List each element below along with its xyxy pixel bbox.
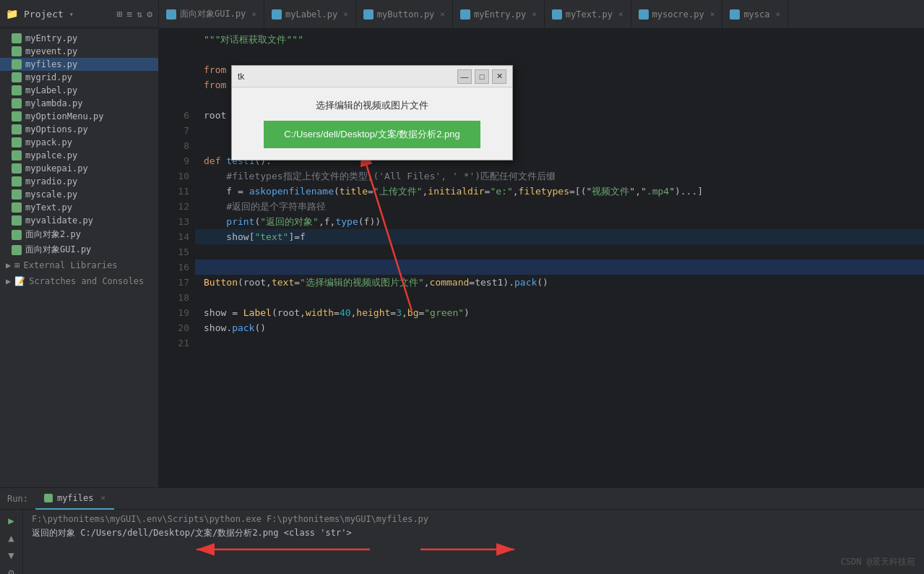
settings-run-button[interactable]: ⚙ [4, 565, 20, 574]
sidebar-section-external[interactable]: ▶ ⊞ External Libraries [0, 257, 158, 273]
tk-close-button[interactable]: ✕ [492, 69, 506, 84]
run-tab-close[interactable]: ✕ [100, 493, 105, 502]
tab-close-3[interactable]: ✕ [532, 9, 537, 19]
sidebar-item-label: 面向对象GUI.py [25, 244, 91, 256]
tk-titlebar: tk — □ ✕ [232, 66, 512, 87]
py-icon [12, 98, 22, 108]
py-icon [12, 230, 22, 240]
sidebar-item-myscale[interactable]: myscale.py [0, 188, 158, 201]
sidebar-item-label: myfiles.py [25, 59, 77, 69]
tab-close-1[interactable]: ✕ [343, 9, 348, 19]
tab-close-0[interactable]: ✕ [251, 9, 256, 19]
project-label: Project [24, 9, 64, 20]
editor-area: 6 7 8 9 10 11 12 13 14 15 16 17 18 19 20… [159, 29, 924, 487]
sidebar-item-mianxiangduixiangGUI2[interactable]: 面向对象GUI.py [0, 242, 158, 257]
sidebar-item-label: myLabel.py [25, 85, 77, 95]
tab-mysocre[interactable]: mysocre.py ✕ [631, 0, 723, 29]
output-text: 返回的对象 C:/Users/dell/Desktop/文案/数据分析2.png… [32, 527, 352, 539]
run-button[interactable]: ▶ [4, 513, 20, 528]
sidebar-item-mypalce[interactable]: mypalce.py [0, 149, 158, 162]
sidebar-item-label: myEntry.py [25, 33, 77, 43]
external-libraries-icon: ⊞ [14, 260, 20, 270]
tab-close-4[interactable]: ✕ [618, 9, 623, 19]
tk-maximize-button[interactable]: □ [475, 69, 489, 84]
tab-close-5[interactable]: ✕ [710, 9, 715, 19]
sidebar-item-label: 面向对象2.py [25, 228, 81, 241]
sidebar-item-mygrid[interactable]: mygrid.py [0, 71, 158, 84]
py-icon [12, 163, 22, 174]
sidebar: myEntry.py myevent.py myfiles.py mygrid.… [0, 29, 159, 487]
list-icon[interactable]: ≡ [127, 9, 133, 20]
sidebar-item-mylabel[interactable]: myLabel.py [0, 84, 158, 97]
code-line [195, 47, 924, 62]
sidebar-section-scratches[interactable]: ▶ 📝 Scratches and Consoles [0, 273, 158, 289]
sidebar-item-label: mypalce.py [25, 150, 77, 160]
sidebar-item-mylambda[interactable]: mylambda.py [0, 97, 158, 110]
scroll-down-button[interactable]: ▼ [4, 547, 20, 563]
py-icon [12, 189, 22, 200]
code-line: show.pack() [195, 320, 924, 335]
tab-myText[interactable]: myText.py ✕ [545, 0, 631, 29]
sidebar-item-myoptionmenu[interactable]: myOptionMenu.py [0, 110, 158, 123]
sidebar-item-myvalidate[interactable]: myvalidate.py [0, 214, 158, 227]
project-icon: 📁 [6, 8, 18, 20]
sidebar-item-mypukepai[interactable]: mypukepai.py [0, 162, 158, 175]
py-icon [12, 137, 22, 147]
scroll-up-button[interactable]: ▲ [4, 530, 20, 546]
tab-close-6[interactable]: ✕ [776, 9, 781, 19]
code-line [195, 260, 924, 275]
py-icon [12, 202, 22, 213]
sidebar-item-myevent[interactable]: myevent.py [0, 45, 158, 58]
tab-mysca[interactable]: mysca ✕ [722, 0, 788, 29]
sort-icon[interactable]: ⇅ [137, 9, 142, 20]
tk-minimize-button[interactable]: — [457, 69, 472, 84]
tab-myButton[interactable]: myButton.py ✕ [356, 0, 453, 29]
code-line [195, 290, 924, 305]
line-numbers: 6 7 8 9 10 11 12 13 14 15 16 17 18 19 20… [159, 29, 195, 487]
sidebar-item-label: mylambda.py [25, 98, 82, 108]
cmd-line: F:\pythonitems\myGUI\.env\Scripts\python… [32, 514, 915, 524]
sidebar-item-label: myText.py [25, 202, 72, 213]
sidebar-item-label: myradio.py [25, 176, 77, 187]
run-side-controls: ▶ ▲ ▼ ⚙ ■ [0, 510, 23, 574]
run-panel-inner: ▶ ▲ ▼ ⚙ ■ F:\pythonitems\myGUI\.env\Scri… [0, 510, 924, 574]
section-label: External Libraries [23, 260, 117, 270]
code-line: #返回的是个字符串路径 [195, 199, 924, 214]
tab-close-2[interactable]: ✕ [440, 9, 445, 19]
run-label: Run: [0, 494, 35, 504]
sidebar-item-label: myevent.py [25, 46, 77, 56]
sidebar-item-myentry[interactable]: myEntry.py [0, 32, 158, 45]
sidebar-item-mypack[interactable]: mypack.py [0, 136, 158, 149]
output-row: 返回的对象 C:/Users/dell/Desktop/文案/数据分析2.png… [32, 527, 915, 539]
py-file-icon [460, 9, 470, 20]
section-label: Scratches and Consoles [29, 276, 144, 286]
tk-file-path-button[interactable]: C:/Users/dell/Desktop/文案/数据分析2.png [264, 121, 480, 148]
py-icon [12, 59, 22, 69]
sidebar-item-myradio[interactable]: myradio.py [0, 175, 158, 188]
tab-myLabel[interactable]: myLabel.py ✕ [264, 0, 356, 29]
sidebar-item-mianxiangduixiang2[interactable]: 面向对象2.py [0, 227, 158, 242]
run-panel: Run: myfiles ✕ ▶ ▲ ▼ ⚙ ■ F:\pythonitems\… [0, 487, 924, 574]
layout-icon[interactable]: ⊞ [117, 9, 123, 20]
py-icon [12, 176, 22, 187]
code-line: #filetypes指定上传文件的类型,('All Files', ' *')匹… [195, 168, 924, 184]
tab-myEntry[interactable]: myEntry.py ✕ [453, 0, 545, 29]
sidebar-item-myfiles[interactable]: myfiles.py [0, 58, 158, 71]
py-icon [12, 33, 22, 43]
tab-mianxiangduixiangGUI[interactable]: 面向对象GUI.py ✕ [159, 0, 264, 29]
csdn-watermark: CSDN @景天科技苑 [841, 556, 915, 568]
sidebar-item-label: myOptions.py [25, 124, 88, 134]
sidebar-item-myoptions[interactable]: myOptions.py [0, 123, 158, 136]
run-tab-myfiles[interactable]: myfiles ✕ [35, 488, 114, 510]
py-icon [12, 111, 22, 121]
code-line [195, 335, 924, 351]
code-line: """对话框获取文件""" [195, 32, 924, 47]
sidebar-item-mytext[interactable]: myText.py [0, 201, 158, 214]
sidebar-item-label: myscale.py [25, 189, 77, 200]
code-line: f = askopenfilename(title="上传文件",initial… [195, 184, 924, 199]
sidebar-item-label: myvalidate.py [25, 215, 93, 226]
py-icon [12, 150, 22, 160]
code-line: show = Label(root,width=40,height=3,bg="… [195, 305, 924, 320]
chevron-down-icon: ▾ [69, 10, 74, 18]
settings-icon[interactable]: ⚙ [147, 9, 152, 20]
